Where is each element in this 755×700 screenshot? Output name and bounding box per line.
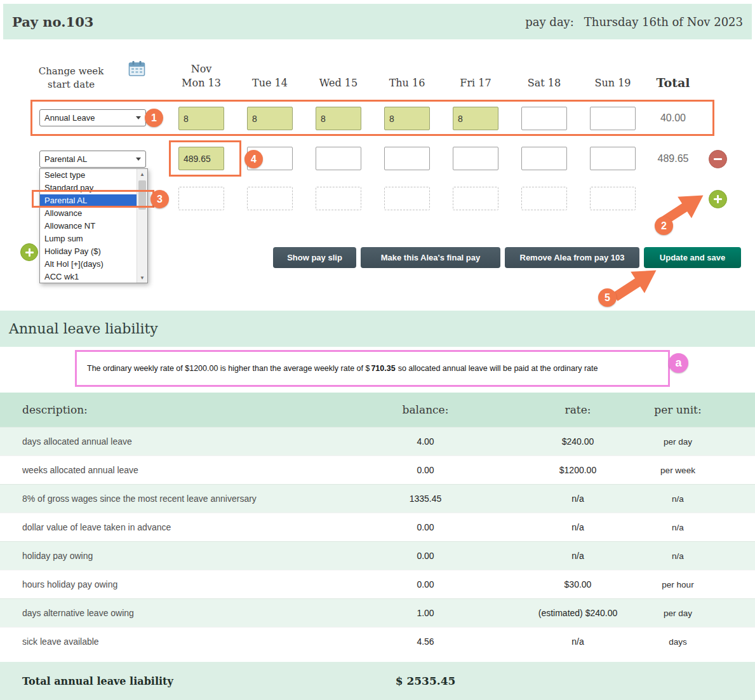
chevron-down-icon xyxy=(136,116,141,119)
row1-total: 40.00 xyxy=(649,112,697,124)
pay-type-dropdown-list: Select type Standard pay Parental AL All… xyxy=(39,168,148,283)
row-balance: 0.00 xyxy=(375,465,476,475)
col-per-unit: per unit: xyxy=(635,403,721,416)
row-per-unit: n/a xyxy=(635,522,721,532)
change-week-start-date-label: Change week start date xyxy=(29,65,113,91)
notice-part1: The ordinary weekly rate of $1200.00 is … xyxy=(87,364,370,373)
dropdown-option[interactable]: Standard pay xyxy=(40,182,137,194)
annotation-badge-2: 2 xyxy=(655,217,673,235)
amount-input-row2-fri[interactable] xyxy=(453,147,498,170)
chevron-down-icon xyxy=(136,158,141,161)
pay-day-value: Thursday 16th of Nov 2023 xyxy=(584,15,743,29)
row-description: days alternative leave owing xyxy=(22,608,134,618)
hours-input-row1-fri[interactable] xyxy=(453,107,498,130)
notice-bold-rate: 710.35 xyxy=(371,364,395,373)
row-per-unit: n/a xyxy=(635,494,721,503)
amount-input-row2-thu[interactable] xyxy=(384,147,430,170)
day-header-fri: Fri 17 xyxy=(453,77,498,89)
month-header: Nov xyxy=(178,63,224,75)
hours-input-row1-wed[interactable] xyxy=(316,107,361,130)
amount-input-row2-mon[interactable] xyxy=(178,147,224,170)
remove-row-button[interactable] xyxy=(709,150,727,168)
annotation-badge-a: a xyxy=(669,353,688,373)
total-column-header: Total xyxy=(649,76,697,90)
section-title: Annual leave liability xyxy=(0,311,755,347)
hours-input-row1-sat[interactable] xyxy=(521,107,567,130)
day-header-tue: Tue 14 xyxy=(247,77,293,89)
annotation-badge-5: 5 xyxy=(598,288,617,307)
row-rate: $240.00 xyxy=(521,436,635,447)
row-balance: 1.00 xyxy=(375,608,476,618)
empty-input-row3-sun[interactable] xyxy=(590,187,636,210)
dropdown-scrollbar[interactable]: ▲ ▼ xyxy=(137,169,147,283)
day-header-mon: Mon 13 xyxy=(178,77,224,89)
rate-notice: The ordinary weekly rate of $1200.00 is … xyxy=(75,350,670,387)
row-rate: n/a xyxy=(521,636,635,647)
empty-input-row3-fri[interactable] xyxy=(453,187,498,210)
hours-input-row1-mon[interactable] xyxy=(178,107,224,130)
add-pay-line-button[interactable] xyxy=(20,243,38,261)
final-pay-button[interactable]: Make this Alea's final pay xyxy=(361,247,500,268)
dropdown-option-selected[interactable]: Parental AL xyxy=(40,194,137,207)
show-pay-slip-button[interactable]: Show pay slip xyxy=(273,247,356,268)
remove-from-pay-button[interactable]: Remove Alea from pay 103 xyxy=(505,247,639,268)
pay-type-select-row2[interactable]: Parental AL xyxy=(39,151,146,168)
row-per-unit: per day xyxy=(635,436,721,446)
table-row: days alternative leave owing 1.00 (estim… xyxy=(0,598,755,627)
empty-input-row3-wed[interactable] xyxy=(316,187,361,210)
col-description: description: xyxy=(22,403,88,416)
row-balance: 4.00 xyxy=(375,436,476,447)
day-header-sat: Sat 18 xyxy=(521,77,567,89)
empty-input-row3-mon[interactable] xyxy=(178,187,224,210)
row-description: holiday pay owing xyxy=(22,551,93,561)
update-and-save-button[interactable]: Update and save xyxy=(644,247,741,268)
table-row: weeks allocated annual leave 0.00 $1200.… xyxy=(0,455,755,484)
row-rate: $1200.00 xyxy=(521,465,635,475)
notice-part2: so allocated annual leave will be paid a… xyxy=(398,364,598,373)
row2-total: 489.65 xyxy=(649,153,697,165)
empty-input-row3-tue[interactable] xyxy=(247,187,293,210)
pay-day-label: pay day: xyxy=(525,15,574,29)
dropdown-option[interactable]: Select type xyxy=(40,169,137,182)
scrollbar-thumb[interactable] xyxy=(138,180,146,210)
amount-input-row2-wed[interactable] xyxy=(316,147,361,170)
pay-day: pay day:Thursday 16th of Nov 2023 xyxy=(525,15,743,29)
empty-input-row3-sat[interactable] xyxy=(521,187,567,210)
dropdown-option[interactable]: Alt Hol [+](days) xyxy=(40,258,137,271)
hours-input-row1-tue[interactable] xyxy=(247,107,293,130)
row-rate: $30.00 xyxy=(521,579,635,589)
row-per-unit: per day xyxy=(635,608,721,617)
hours-input-row1-sun[interactable] xyxy=(590,107,636,130)
table-row: dollar value of leave taken in advance 0… xyxy=(0,513,755,541)
table-row: sick leave available 4.56 n/a days xyxy=(0,627,755,656)
scroll-up-icon[interactable]: ▲ xyxy=(137,169,147,179)
row-rate: (estimated) $240.00 xyxy=(521,608,635,618)
total-value: $ 2535.45 xyxy=(375,675,476,687)
table-row: days allocated annual leave 4.00 $240.00… xyxy=(0,427,755,455)
amount-input-row2-sat[interactable] xyxy=(521,147,567,170)
amount-input-row2-sun[interactable] xyxy=(590,147,636,170)
day-header-thu: Thu 16 xyxy=(384,77,430,89)
dropdown-option[interactable]: ACC wk1 xyxy=(40,271,137,283)
dropdown-option[interactable]: Allowance xyxy=(40,207,137,220)
pay-page: Pay no.103 pay day:Thursday 16th of Nov … xyxy=(0,0,755,700)
empty-input-row3-thu[interactable] xyxy=(384,187,430,210)
row-description: sick leave available xyxy=(22,636,99,647)
dropdown-option[interactable]: Allowance NT xyxy=(40,220,137,232)
scroll-down-icon[interactable]: ▼ xyxy=(137,273,147,283)
pay-type-select-row1[interactable]: Annual Leave xyxy=(39,109,146,126)
liability-table-header: description: balance: rate: per unit: xyxy=(0,393,755,427)
table-row: 8% of gross wages since the most recent … xyxy=(0,484,755,513)
calendar-icon[interactable] xyxy=(128,60,145,79)
dropdown-option[interactable]: Lump sum xyxy=(40,232,137,245)
pay-type-selected-row2: Parental AL xyxy=(44,154,87,164)
page-title: Pay no.103 xyxy=(12,14,93,30)
row-balance: 0.00 xyxy=(375,579,476,589)
dropdown-option[interactable]: Holiday Pay ($) xyxy=(40,245,137,258)
row-balance: 4.56 xyxy=(375,636,476,647)
hours-input-row1-thu[interactable] xyxy=(384,107,430,130)
row-rate: n/a xyxy=(521,494,635,504)
row-balance: 0.00 xyxy=(375,522,476,532)
row-description: days allocated annual leave xyxy=(22,436,132,447)
row-description: hours holiday pay owing xyxy=(22,579,117,589)
